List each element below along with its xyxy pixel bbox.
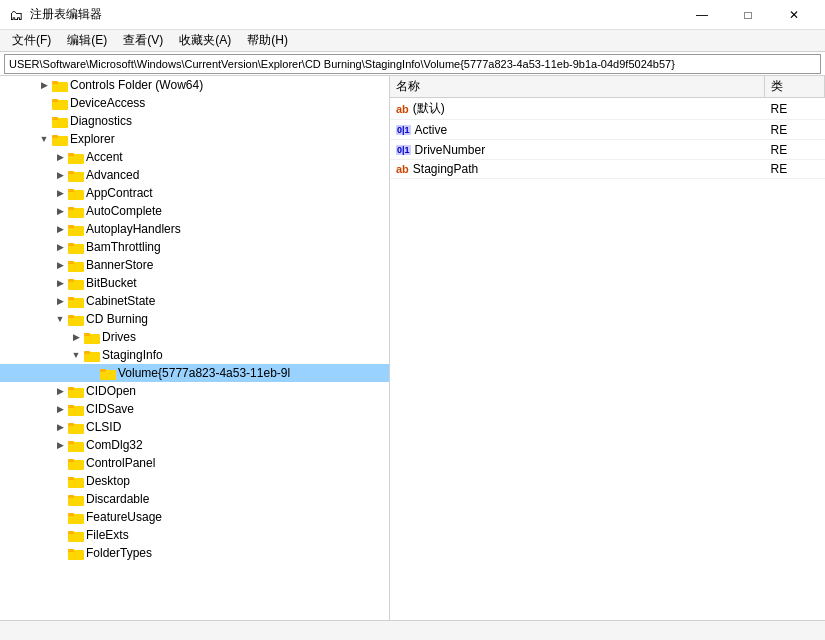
svg-rect-45 bbox=[68, 477, 74, 480]
folder-icon bbox=[68, 438, 84, 452]
row-type-cell: RE bbox=[765, 98, 825, 120]
tree-label: AppContract bbox=[86, 186, 153, 200]
tree-panel[interactable]: ▶ Controls Folder (Wow64) ▶ DeviceAccess… bbox=[0, 76, 390, 620]
svg-rect-29 bbox=[84, 333, 90, 336]
menu-file[interactable]: 文件(F) bbox=[4, 30, 59, 51]
row-type-cell: RE bbox=[765, 160, 825, 179]
folder-icon bbox=[68, 168, 84, 182]
expand-icon: ▶ bbox=[52, 239, 68, 255]
menu-view[interactable]: 查看(V) bbox=[115, 30, 171, 51]
tree-node-drives[interactable]: ▶ Drives bbox=[0, 328, 389, 346]
window-controls: — □ ✕ bbox=[679, 0, 817, 30]
folder-icon bbox=[84, 348, 100, 362]
tree-node-diagnostics[interactable]: ▶ Diagnostics bbox=[0, 112, 389, 130]
tree-node-accent[interactable]: ▶ Accent bbox=[0, 148, 389, 166]
table-row[interactable]: 0|1 Active RE bbox=[390, 120, 825, 140]
expand-icon: ▶ bbox=[52, 545, 68, 561]
tree-node-autoplayhandlers[interactable]: ▶ AutoplayHandlers bbox=[0, 220, 389, 238]
tree-node-explorer[interactable]: ▼ Explorer bbox=[0, 130, 389, 148]
tree-label: Drives bbox=[102, 330, 136, 344]
svg-rect-11 bbox=[68, 171, 74, 174]
tree-node-bitbucket[interactable]: ▶ BitBucket bbox=[0, 274, 389, 292]
folder-icon bbox=[68, 276, 84, 290]
values-header-row: 名称 类 bbox=[390, 76, 825, 98]
folder-icon bbox=[52, 114, 68, 128]
tree-node-cd-burning[interactable]: ▼ CD Burning bbox=[0, 310, 389, 328]
svg-rect-35 bbox=[68, 387, 74, 390]
tree-node-cidsave[interactable]: ▶ CIDSave bbox=[0, 400, 389, 418]
tree-node-controlpanel[interactable]: ▶ ControlPanel bbox=[0, 454, 389, 472]
svg-rect-51 bbox=[68, 531, 74, 534]
expand-icon: ▶ bbox=[52, 149, 68, 165]
minimize-button[interactable]: — bbox=[679, 0, 725, 30]
expand-icon: ▶ bbox=[68, 329, 84, 345]
expand-icon: ▼ bbox=[68, 347, 84, 363]
row-default-name: (默认) bbox=[413, 100, 445, 117]
menu-bar: 文件(F) 编辑(E) 查看(V) 收藏夹(A) 帮助(H) bbox=[0, 30, 825, 52]
table-row[interactable]: 0|1 DriveNumber RE bbox=[390, 140, 825, 160]
maximize-button[interactable]: □ bbox=[725, 0, 771, 30]
tree-node-fileexts[interactable]: ▶ FileExts bbox=[0, 526, 389, 544]
tree-node-discardable[interactable]: ▶ Discardable bbox=[0, 490, 389, 508]
menu-help[interactable]: 帮助(H) bbox=[239, 30, 296, 51]
tree-node-foldertypes[interactable]: ▶ FolderTypes bbox=[0, 544, 389, 562]
tree-node-autocomplete[interactable]: ▶ AutoComplete bbox=[0, 202, 389, 220]
tree-node-desktop[interactable]: ▶ Desktop bbox=[0, 472, 389, 490]
tree-node-comdlg32[interactable]: ▶ ComDlg32 bbox=[0, 436, 389, 454]
expand-icon: ▶ bbox=[52, 419, 68, 435]
folder-icon bbox=[68, 510, 84, 524]
folder-icon bbox=[68, 312, 84, 326]
tree-node-staginginfo[interactable]: ▼ StagingInfo bbox=[0, 346, 389, 364]
tree-node-featureusage[interactable]: ▶ FeatureUsage bbox=[0, 508, 389, 526]
tree-label: BitBucket bbox=[86, 276, 137, 290]
tree-node-volume-guid[interactable]: ▶ Volume{5777a823-4a53-11eb-9l bbox=[0, 364, 389, 382]
row-drivenumber-name: DriveNumber bbox=[415, 143, 486, 157]
tree-label: CabinetState bbox=[86, 294, 155, 308]
window-title: 注册表编辑器 bbox=[30, 6, 102, 23]
tree-label: AutoComplete bbox=[86, 204, 162, 218]
row-type-cell: RE bbox=[765, 120, 825, 140]
svg-rect-1 bbox=[52, 81, 58, 84]
dword-icon: 0|1 bbox=[396, 145, 411, 155]
tree-label: Accent bbox=[86, 150, 123, 164]
svg-rect-3 bbox=[52, 99, 58, 102]
row-type-cell: RE bbox=[765, 140, 825, 160]
svg-rect-19 bbox=[68, 243, 74, 246]
table-row[interactable]: ab (默认) RE bbox=[390, 98, 825, 120]
menu-edit[interactable]: 编辑(E) bbox=[59, 30, 115, 51]
tree-node-advanced[interactable]: ▶ Advanced bbox=[0, 166, 389, 184]
svg-rect-27 bbox=[68, 315, 74, 318]
folder-icon bbox=[68, 186, 84, 200]
close-button[interactable]: ✕ bbox=[771, 0, 817, 30]
tree-label: BamThrottling bbox=[86, 240, 161, 254]
address-text[interactable]: USER\Software\Microsoft\Windows\CurrentV… bbox=[4, 54, 821, 74]
tree-label: CIDSave bbox=[86, 402, 134, 416]
expand-icon: ▶ bbox=[52, 203, 68, 219]
table-row[interactable]: ab StagingPath RE bbox=[390, 160, 825, 179]
tree-label: StagingInfo bbox=[102, 348, 163, 362]
tree-node-controls-folder[interactable]: ▶ Controls Folder (Wow64) bbox=[0, 76, 389, 94]
tree-node-cabinetstate[interactable]: ▶ CabinetState bbox=[0, 292, 389, 310]
values-table: 名称 类 ab (默认) RE bbox=[390, 76, 825, 179]
tree-node-deviceaccess[interactable]: ▶ DeviceAccess bbox=[0, 94, 389, 112]
folder-icon bbox=[68, 294, 84, 308]
svg-rect-17 bbox=[68, 225, 74, 228]
tree-node-bannerstore[interactable]: ▶ BannerStore bbox=[0, 256, 389, 274]
tree-label: Explorer bbox=[70, 132, 115, 146]
ab-icon: ab bbox=[396, 163, 409, 175]
menu-favorites[interactable]: 收藏夹(A) bbox=[171, 30, 239, 51]
expand-icon: ▶ bbox=[52, 293, 68, 309]
tree-node-bamthrottling[interactable]: ▶ BamThrottling bbox=[0, 238, 389, 256]
svg-rect-37 bbox=[68, 405, 74, 408]
tree-node-appcontract[interactable]: ▶ AppContract bbox=[0, 184, 389, 202]
tree-node-cidopen[interactable]: ▶ CIDOpen bbox=[0, 382, 389, 400]
svg-rect-13 bbox=[68, 189, 74, 192]
expand-icon: ▶ bbox=[52, 257, 68, 273]
expand-icon: ▶ bbox=[52, 491, 68, 507]
tree-label: BannerStore bbox=[86, 258, 153, 272]
tree-node-clsid[interactable]: ▶ CLSID bbox=[0, 418, 389, 436]
status-bar bbox=[0, 620, 825, 640]
expand-icon: ▶ bbox=[52, 437, 68, 453]
expand-icon: ▶ bbox=[36, 77, 52, 93]
tree-label: CIDOpen bbox=[86, 384, 136, 398]
